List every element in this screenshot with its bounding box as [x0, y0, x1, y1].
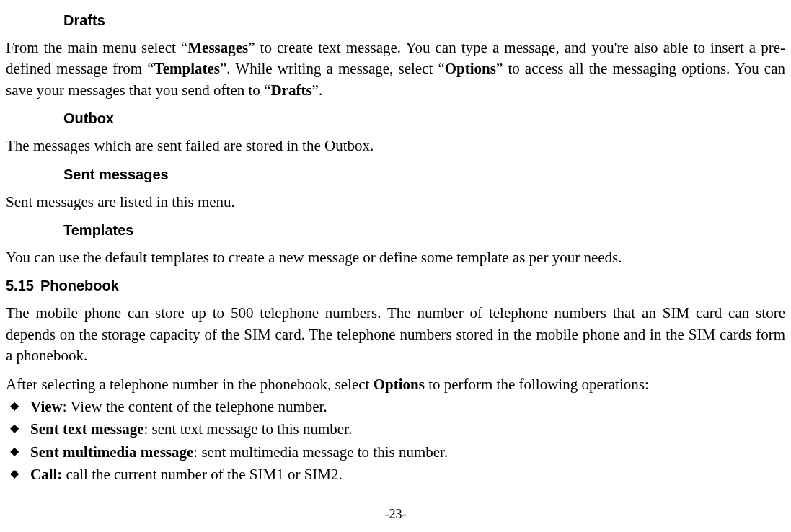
bold-options: Options: [374, 376, 425, 393]
text: From the main menu select “: [6, 39, 187, 56]
bullet-text: : View the content of the telephone numb…: [63, 398, 327, 415]
text: After selecting a telephone number in th…: [6, 376, 374, 393]
page-number: -23-: [6, 505, 785, 523]
text: ”. While writing a message, select “: [220, 60, 445, 77]
bold-templates: Templates: [154, 60, 220, 77]
bullet-list: View: View the content of the telephone …: [6, 396, 785, 486]
list-item: Sent text message: sent text message to …: [6, 419, 785, 440]
bullet-text: : sent multimedia message to this number…: [193, 443, 448, 461]
bullet-label: Sent text message: [30, 420, 143, 438]
list-item: Sent multimedia message: sent multimedia…: [6, 442, 785, 463]
list-item: View: View the content of the telephone …: [6, 396, 785, 417]
bold-messages: Messages: [187, 39, 248, 56]
bullet-text: : sent text message to this number.: [143, 420, 352, 438]
paragraph-sent: Sent messages are listed in this menu.: [6, 192, 785, 213]
bullet-label: View: [30, 398, 63, 415]
heading-text: Phonebook: [40, 278, 119, 293]
paragraph-templates: You can use the default templates to cre…: [6, 247, 785, 268]
bullet-text: call the current number of the SIM1 or S…: [62, 466, 342, 483]
paragraph-phonebook-2: After selecting a telephone number in th…: [6, 374, 785, 395]
list-item: Call: call the current number of the SIM…: [6, 464, 785, 485]
text: ”.: [312, 81, 323, 99]
heading-sent-messages: Sent messages: [63, 164, 785, 185]
bold-options: Options: [445, 60, 496, 77]
paragraph-outbox: The messages which are sent failed are s…: [6, 136, 785, 156]
heading-outbox: Outbox: [63, 108, 785, 128]
heading-drafts: Drafts: [63, 10, 785, 30]
bold-drafts: Drafts: [270, 81, 311, 99]
paragraph-drafts: From the main menu select “Messages” to …: [6, 37, 785, 101]
paragraph-phonebook-1: The mobile phone can store up to 500 tel…: [6, 303, 785, 366]
bullet-label: Call:: [30, 466, 62, 483]
bullet-label: Sent multimedia message: [30, 443, 193, 461]
heading-templates: Templates: [63, 220, 785, 240]
heading-phonebook: 5.15Phonebook: [6, 275, 785, 296]
heading-number: 5.15: [6, 275, 40, 296]
text: to perform the following operations:: [425, 376, 649, 393]
